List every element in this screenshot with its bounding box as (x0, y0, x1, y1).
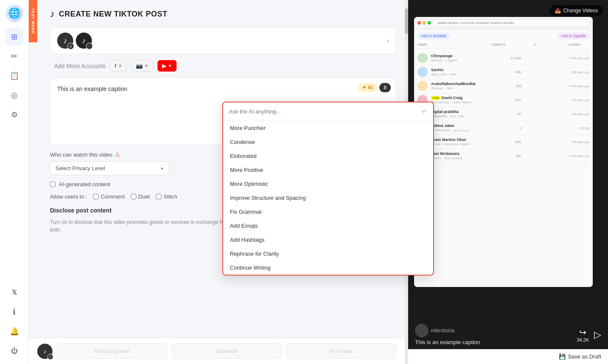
row-tweets: 933 (479, 84, 522, 88)
row-tweets: 787 (478, 154, 521, 158)
sidebar-item-power[interactable]: ⏻ (6, 342, 23, 360)
play-icon[interactable]: ▷ (594, 329, 601, 340)
ai-generated-checkbox[interactable] (50, 182, 55, 187)
ai-menu-add-hashtags[interactable]: Add Hashtags (223, 233, 433, 247)
row-name: Digital pratibha@digitalbha... Navi, Ind… (431, 110, 474, 118)
table-row: Salima Jaber@SA9mu00b0... ةعومجم لايح 4 … (417, 121, 589, 135)
row-date: 638 days ago (524, 71, 589, 74)
row-name: ArabellaBunchadBurdial@chenia... Otofu (431, 82, 475, 90)
power-icon: ⏻ (11, 347, 18, 355)
caption-text[interactable]: This is an example caption (57, 85, 389, 94)
tiktok-preview-avatar (415, 324, 428, 337)
avatar-sm (417, 53, 428, 63)
add-to-topstile-btn[interactable]: Add to Topstile (558, 33, 589, 39)
save-draft-icon: 💾 (559, 353, 566, 360)
ai-menu-more-optimistic[interactable]: More Optimistic (223, 177, 433, 191)
test-mode-banner: TEST MODE (29, 0, 37, 42)
add-to-booktile-btn[interactable]: Add to Booktile (417, 33, 450, 39)
ai-ask-input[interactable] (229, 108, 418, 115)
app-logo: 🌐 (6, 4, 23, 22)
ai-menu-add-emojis[interactable]: Add Emojis (223, 219, 433, 233)
ai-menu-improve-structure[interactable]: Improve Structure and Spacing (223, 191, 433, 205)
sidebar-item-compose[interactable]: ✏ (6, 47, 23, 65)
radar-icon: ◎ (11, 91, 18, 100)
schedule-button[interactable]: Schedule (171, 343, 282, 359)
row-name: Sachin@just_vard... India (431, 68, 474, 76)
privacy-select[interactable]: Select Privacy Level Public Friends Priv… (50, 161, 169, 175)
ai-button[interactable]: ✦ AI (358, 83, 377, 92)
ai-menu-condense[interactable]: Condense (223, 135, 433, 149)
allow-duet-checkbox[interactable] (131, 194, 136, 199)
table-row: ArabellaBunchadBurdial@chenia... Otofu 9… (417, 79, 589, 93)
ai-enter-icon[interactable]: ↵ (422, 108, 427, 116)
preview-area: 📤 Change Videos twitter.airdoc.com/use-c… (408, 0, 608, 320)
caption-toolbar: ✦ AI # (358, 83, 391, 92)
ai-menu-continue-writing[interactable]: Continue Writing (223, 261, 433, 275)
ai-menu-more-positive[interactable]: More Positive (223, 163, 433, 177)
account-avatar-1-icon: ♪ (64, 36, 67, 45)
youtube-account-btn[interactable]: ▶ ▼ (158, 60, 177, 72)
facebook-icon: f (114, 63, 116, 69)
account-avatar-2[interactable]: ♪ ♪ (76, 33, 92, 49)
row-date: 489 days ago (524, 113, 589, 116)
sidebar-item-info[interactable]: ℹ (6, 303, 23, 321)
change-videos-icon: 📤 (555, 8, 561, 14)
share-count-number: 34.2K (577, 337, 589, 342)
ai-menu-elaborated[interactable]: Eloborated (223, 149, 433, 163)
row-tweets: 10 (478, 112, 521, 116)
add-accounts-label: Add More Accounts (54, 63, 105, 69)
post-now-button[interactable]: Post Now (286, 343, 396, 359)
hashtag-button[interactable]: # (379, 83, 391, 92)
account-badge-1: 1 (67, 43, 74, 50)
row-date: 4,556 days ago (525, 85, 589, 88)
ai-menu-more-punchier[interactable]: More Punchier (223, 121, 433, 135)
table-row: + Digital pratibha@digitalbha... Navi, I… (417, 107, 589, 121)
instagram-account-btn[interactable]: 📷 ▼ (131, 60, 153, 72)
ai-input-row: ↵ (223, 102, 433, 121)
page-title: CREATE NEW TIKTOK POST (59, 10, 167, 19)
row-tweets: 936 (478, 70, 521, 74)
twitter-icon: 𝕏 (12, 289, 17, 296)
ai-menu-rephrase-clarity[interactable]: Rephrase for Clarity (223, 247, 433, 261)
row-name: Chinyasoge@discre... 0 Nigeria (431, 54, 474, 62)
row-date: 509 days ago (524, 141, 589, 143)
scrollbar-thumb[interactable] (405, 8, 408, 34)
sidebar-item-radar[interactable]: ◎ (6, 86, 23, 104)
allow-comment-label: Comment (101, 193, 124, 200)
sidebar-item-feed[interactable]: 📋 (6, 67, 23, 85)
account-avatar-1[interactable]: ♪ 1 (57, 33, 73, 49)
avatar-sm (417, 67, 428, 77)
row-date: 5,325 days ago (524, 154, 589, 157)
grid-icon: ⊞ (11, 32, 17, 41)
post-to-queue-button[interactable]: Post to Queue (57, 343, 167, 359)
browser-url-bar[interactable]: twitter.airdoc.com/use-channel-search-re… (434, 19, 589, 26)
change-videos-button[interactable]: 📤 Change Videos (550, 5, 603, 16)
bottom-avatar-icon: ♪ (44, 348, 47, 355)
allow-stitch-option: Stitch (156, 193, 177, 200)
sidebar-item-dashboard[interactable]: ⊞ (6, 28, 23, 46)
allow-stitch-checkbox[interactable] (156, 194, 161, 199)
row-date: 4,556 days ago (524, 57, 589, 60)
tiktok-preview-username: mikrotonia (431, 328, 454, 334)
save-draft-button[interactable]: 💾 Save as Draft (559, 353, 601, 360)
row-name: Imam Martins Okan@imath... Alaoa born, N… (431, 138, 474, 146)
edit-icon: ✏ (11, 52, 17, 61)
table-row: Chinyasoge@discre... 0 Nigeria 17,249 4,… (417, 51, 589, 65)
allow-duet-option: Duet (131, 193, 150, 200)
ai-menu-fix-grammar[interactable]: Fix Grammar (223, 205, 433, 219)
sidebar-item-settings[interactable]: ⚙ (6, 106, 23, 124)
instagram-icon: 📷 (136, 63, 143, 69)
browser-circle-green (428, 21, 431, 25)
page-header: ♪ CREATE NEW TIKTOK POST (50, 8, 396, 19)
facebook-account-btn[interactable]: f ▼ (110, 60, 127, 72)
accounts-chevron-icon[interactable]: › (387, 36, 389, 45)
sidebar-item-notifications[interactable]: 🔔 (6, 323, 23, 340)
allow-comment-checkbox[interactable] (93, 194, 99, 199)
instagram-chevron-icon: ▼ (144, 63, 149, 68)
row-tweets: 527 (478, 98, 521, 102)
accounts-bar: ♪ 1 ♪ ♪ › (50, 27, 396, 54)
account-avatars-list: ♪ 1 ♪ ♪ (57, 33, 387, 49)
sidebar-item-twitter[interactable]: 𝕏 (6, 284, 23, 301)
youtube-icon: ▶ (162, 63, 166, 69)
gear-icon: ⚙ (11, 110, 18, 119)
